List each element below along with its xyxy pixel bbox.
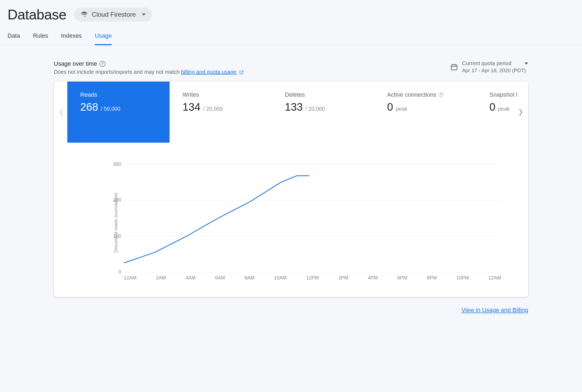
svg-rect-0 [451,65,457,70]
chevron-down-icon [142,13,146,16]
external-link-icon [239,70,244,75]
metric-writes[interactable]: Writes 134 / 20,000 [170,82,272,143]
footer-link-row: View in Usage and Billing [54,307,528,314]
chart-ytick: 0 [102,269,121,275]
tab-usage[interactable]: Usage [95,32,112,45]
page-title: Database [8,6,66,23]
firestore-icon [80,11,88,18]
usage-subtitle-text: Does not include imports/exports and may… [54,69,181,75]
chart-xlabel: 10PM [456,275,469,281]
billing-quota-link[interactable]: billing and quota usage [181,69,236,75]
chart-xlabels: 12AM2AM4AM6AM8AM10AM12PM2PM4PM6PM8PM10PM… [124,275,501,281]
chart-xlabel: 8AM [244,275,254,281]
usage-title: Usage over time [54,60,97,67]
chart-xlabel: 6PM [397,275,407,281]
tab-data[interactable]: Data [8,32,20,45]
chart-xlabel: 4PM [368,275,378,281]
calendar-icon [450,63,458,71]
metrics-prev-button[interactable] [57,108,66,117]
metric-deletes-label: Deletes [285,91,305,98]
tab-indexes[interactable]: Indexes [61,32,82,45]
chart-xlabel: 12AM [489,275,501,281]
metric-snapshot-label: Snapshot listeners [489,91,517,98]
metric-connections-limit: peak [396,106,407,112]
usage-subtitle: Does not include imports/exports and may… [54,69,244,75]
metric-writes-limit: / 20,000 [203,106,223,112]
period-label: Current quota period [462,60,511,66]
chart-xlabel: 2AM [156,275,166,281]
database-selector[interactable]: Cloud Firestore [74,8,152,22]
view-usage-billing-link[interactable]: View in Usage and Billing [461,307,528,313]
tab-rules[interactable]: Rules [33,32,48,45]
metric-active-connections[interactable]: Active connections ? 0 peak [374,82,476,143]
metrics-strip: Reads 268 / 50,000 Writes 134 / 20,000 D… [54,82,528,143]
chart-ytick: 200 [102,197,121,203]
date-range-text: Current quota period Apr 17 - Apr 18, 20… [462,60,528,74]
chart-xlabel: 8PM [427,275,437,281]
metric-reads-limit: / 50,000 [101,106,120,112]
chart-area: Document reads (cumulative) 0100200300 1… [54,143,528,297]
metric-deletes-value: 133 [285,101,303,113]
chart-xlabel: 12PM [306,275,319,281]
chart-xlabel: 12AM [124,275,136,281]
metric-connections-label: Active connections [387,91,436,98]
content: Usage over time ? Does not include impor… [0,45,582,324]
chart-ytick: 300 [102,162,121,167]
database-selector-label: Cloud Firestore [92,11,136,18]
metric-snapshot-value: 0 [489,101,495,113]
usage-header: Usage over time ? Does not include impor… [54,60,528,75]
chart-container: Document reads (cumulative) 0100200300 1… [102,164,501,281]
metric-deletes-limit: / 20,000 [306,106,325,112]
period-range: Apr 17 - Apr 18, 2020 (PDT) [462,68,528,74]
metric-reads-value: 268 [80,101,98,113]
metric-deletes[interactable]: Deletes 133 / 20,000 [272,82,374,143]
chart-xlabel: 4AM [185,275,195,281]
metrics-next-button[interactable] [516,108,525,117]
chart-xlabel: 6AM [215,275,225,281]
metric-reads[interactable]: Reads 268 / 50,000 [67,82,170,143]
svg-rect-3 [455,64,455,65]
svg-rect-2 [453,64,453,65]
date-range-picker[interactable]: Current quota period Apr 17 - Apr 18, 20… [450,60,528,74]
chart-xlabel: 2PM [338,275,348,281]
chart-ytick: 100 [102,233,121,239]
metric-connections-value: 0 [387,101,393,113]
help-icon[interactable]: ? [100,61,106,67]
metric-snapshot-limit: peak [498,106,510,112]
usage-card: Reads 268 / 50,000 Writes 134 / 20,000 D… [54,82,528,297]
page-header: Database Cloud Firestore [0,0,582,25]
chart-grid: 0100200300 [102,164,501,272]
metric-writes-value: 134 [183,101,201,113]
chevron-down-icon [524,62,528,65]
tabs: Data Rules Indexes Usage [0,25,582,45]
chart-xlabel: 10AM [274,275,287,281]
metric-reads-label: Reads [80,91,97,98]
metric-writes-label: Writes [183,91,199,98]
help-icon[interactable]: ? [439,92,443,97]
usage-title-block: Usage over time ? Does not include impor… [54,60,244,75]
